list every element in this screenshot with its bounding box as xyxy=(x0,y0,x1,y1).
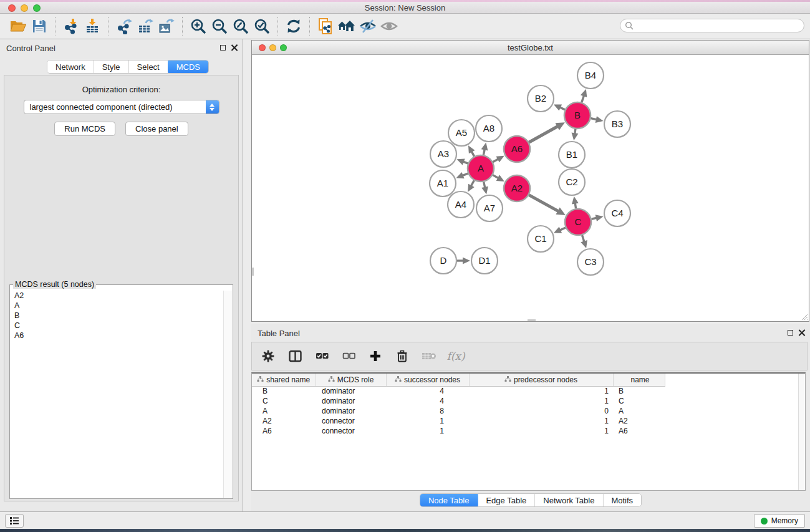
tab-node-table[interactable]: Node Table xyxy=(420,493,479,507)
graph-node-A2[interactable]: A2 xyxy=(504,175,530,201)
result-list-item[interactable]: C xyxy=(11,321,223,331)
result-list-item[interactable]: A2 xyxy=(11,291,223,301)
float-panel-icon[interactable] xyxy=(220,45,226,51)
table-cell[interactable]: C xyxy=(252,396,316,406)
table-cell[interactable]: 1 xyxy=(386,416,469,426)
close-panel-icon[interactable] xyxy=(231,44,238,51)
tab-network-table[interactable]: Network Table xyxy=(535,494,603,506)
table-row[interactable]: Cdominator41C xyxy=(252,396,665,406)
graph-node-C4[interactable]: C4 xyxy=(604,200,630,226)
resize-grip[interactable] xyxy=(800,312,808,321)
table-cell[interactable]: 0 xyxy=(469,406,613,416)
apply-layout-button[interactable] xyxy=(283,16,304,37)
table-cell[interactable]: connector xyxy=(316,416,386,426)
table-cell[interactable]: dominator xyxy=(316,406,386,416)
table-cell[interactable]: dominator xyxy=(316,396,386,406)
column-header[interactable]: successor nodes xyxy=(386,374,469,386)
graph-node-B2[interactable]: B2 xyxy=(528,85,554,112)
hide-graphics-details-button[interactable] xyxy=(357,16,378,37)
graph-node-A3[interactable]: A3 xyxy=(430,141,456,167)
graph-node-A[interactable]: A xyxy=(468,155,494,181)
table-cell[interactable]: B xyxy=(613,386,665,396)
export-image-button[interactable] xyxy=(156,16,177,37)
import-network-button[interactable] xyxy=(60,16,82,37)
graph-node-B1[interactable]: B1 xyxy=(559,142,585,168)
table-cell[interactable]: A6 xyxy=(613,426,665,436)
table-cell[interactable]: 4 xyxy=(386,386,469,396)
zoom-window-button[interactable] xyxy=(33,4,41,12)
table-cell[interactable]: 1 xyxy=(469,396,613,406)
graph-node-B[interactable]: B xyxy=(564,102,591,128)
tab-mcds[interactable]: MCDS xyxy=(168,60,209,74)
close-window-button[interactable] xyxy=(8,4,16,12)
graph-node-C1[interactable]: C1 xyxy=(528,226,554,252)
table-cell[interactable]: 8 xyxy=(386,406,469,416)
result-list-item[interactable]: A6 xyxy=(11,331,223,341)
select-all-columns-button[interactable] xyxy=(314,349,329,364)
zoom-in-button[interactable] xyxy=(188,16,209,37)
show-columns-button[interactable] xyxy=(287,349,302,364)
export-table-button[interactable] xyxy=(135,16,156,37)
table-cell[interactable]: A2 xyxy=(252,416,316,426)
criterion-select[interactable]: largest connected component (directed) xyxy=(24,100,219,114)
show-graphics-details-button[interactable] xyxy=(378,16,400,37)
export-network-button[interactable] xyxy=(113,16,135,37)
graph-node-A5[interactable]: A5 xyxy=(448,120,475,146)
table-cell[interactable]: 4 xyxy=(386,396,469,406)
column-header[interactable]: name xyxy=(613,374,665,386)
minimize-window-button[interactable] xyxy=(21,4,28,12)
save-session-button[interactable] xyxy=(29,16,50,37)
deselect-all-columns-button[interactable] xyxy=(341,349,356,364)
table-cell[interactable]: C xyxy=(613,396,665,406)
search-field[interactable] xyxy=(620,19,804,32)
minimize-window-button[interactable] xyxy=(269,44,276,51)
graph-node-A8[interactable]: A8 xyxy=(476,115,502,142)
table-cell[interactable]: 1 xyxy=(469,386,613,396)
close-panel-icon[interactable] xyxy=(798,329,805,336)
graph-edge-A6-B[interactable] xyxy=(529,126,559,143)
close-panel-button[interactable]: Close panel xyxy=(125,122,188,136)
result-list-item[interactable]: A xyxy=(11,301,223,311)
tab-select[interactable]: Select xyxy=(129,60,168,73)
zoom-window-button[interactable] xyxy=(280,44,287,51)
vertical-scrollbar-thumb[interactable] xyxy=(252,268,254,276)
graph-node-C[interactable]: C xyxy=(565,209,591,235)
column-header[interactable]: shared name xyxy=(252,374,316,386)
zoom-fit-button[interactable] xyxy=(230,16,251,37)
table-row[interactable]: Adominator80A xyxy=(252,406,665,416)
node-table[interactable]: shared nameMCDS rolesuccessor nodesprede… xyxy=(252,374,665,436)
table-cell[interactable]: 1 xyxy=(386,426,469,436)
network-canvas[interactable]: B4B2BB3A5A8A6B1A3AA1C2A2A4A7C4CC1C3DD1 xyxy=(252,56,809,321)
home-view-button[interactable] xyxy=(336,16,357,37)
table-cell[interactable]: A xyxy=(252,406,316,416)
import-table-button[interactable] xyxy=(82,16,103,37)
graph-node-C3[interactable]: C3 xyxy=(577,249,604,275)
graph-node-A6[interactable]: A6 xyxy=(504,136,530,162)
network-graph[interactable]: B4B2BB3A5A8A6B1A3AA1C2A2A4A7C4CC1C3DD1 xyxy=(252,56,809,322)
close-window-button[interactable] xyxy=(259,44,266,51)
graph-node-A7[interactable]: A7 xyxy=(476,195,503,221)
table-cell[interactable]: A2 xyxy=(613,416,665,426)
zoom-selected-button[interactable] xyxy=(251,16,272,37)
column-header[interactable]: MCDS role xyxy=(316,374,386,386)
table-row[interactable]: Bdominator41B xyxy=(252,386,665,396)
task-history-button[interactable] xyxy=(5,514,24,528)
result-list-item[interactable]: B xyxy=(11,311,223,321)
network-window-titlebar[interactable]: testGlobe.txt xyxy=(252,41,809,55)
column-header[interactable]: predecessor nodes xyxy=(469,374,613,386)
graph-node-A4[interactable]: A4 xyxy=(448,191,474,218)
table-cell[interactable]: connector xyxy=(316,426,386,436)
table-cell[interactable]: B xyxy=(252,386,316,396)
delete-column-button[interactable] xyxy=(395,349,410,364)
graph-edge-A2-C[interactable] xyxy=(529,195,559,212)
new-network-from-selection-button[interactable] xyxy=(315,16,336,37)
graph-node-C2[interactable]: C2 xyxy=(559,169,585,195)
open-session-button[interactable] xyxy=(7,16,29,37)
tab-motifs[interactable]: Motifs xyxy=(603,494,641,506)
tab-edge-table[interactable]: Edge Table xyxy=(478,494,535,506)
graph-node-B3[interactable]: B3 xyxy=(604,111,630,137)
graph-node-D[interactable]: D xyxy=(430,248,456,274)
table-cell[interactable]: 1 xyxy=(469,416,613,426)
table-cell[interactable]: A xyxy=(613,406,665,416)
function-builder-button-disabled[interactable]: f(x) xyxy=(448,349,463,364)
